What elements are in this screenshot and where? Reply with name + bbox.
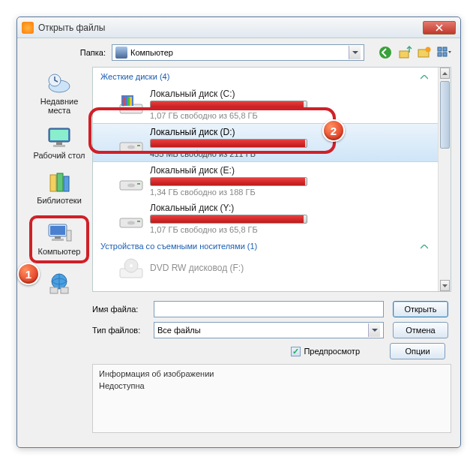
drive-usage-bar	[150, 101, 307, 110]
svg-point-3	[426, 47, 431, 53]
drive-name: Локальный диск (D:)	[150, 127, 427, 137]
network-icon	[46, 271, 73, 295]
recent-places-icon	[46, 71, 73, 95]
svg-rect-12	[56, 142, 62, 145]
filename-input[interactable]	[154, 301, 384, 317]
file-listing[interactable]: Жесткие диски (4) Локальный диск (C:) 1,…	[92, 67, 451, 292]
sidebar-item-desktop[interactable]: Рабочий стол	[29, 125, 89, 160]
drive-usage-bar	[150, 139, 307, 148]
drive-name: Локальный диск (C:)	[150, 89, 427, 99]
drive-name: Локальный диск (Y:)	[150, 203, 427, 213]
drive-free-text: 1,34 ГБ свободно из 188 ГБ	[150, 188, 427, 197]
places-sidebar: Недавние места Рабочий стол Библиотеки К…	[26, 67, 92, 296]
drive-usage-bar	[150, 215, 307, 224]
svg-rect-27	[127, 97, 130, 106]
info-header: Информация об изображении	[99, 369, 445, 378]
drive-item-dvd[interactable]: DVD RW дисковод (F:)	[93, 255, 451, 282]
sidebar-item-label: Библиотеки	[37, 196, 82, 205]
app-icon	[22, 22, 34, 34]
filename-label: Имя файла:	[92, 305, 154, 314]
drive-name: DVD RW дисковод (F:)	[150, 263, 427, 273]
drive-item-e[interactable]: Локальный диск (E:) 1,34 ГБ свободно из …	[93, 162, 451, 200]
svg-point-30	[127, 146, 135, 149]
up-button[interactable]	[397, 45, 412, 60]
folder-row: Папка: Компьютер	[67, 44, 451, 61]
sidebar-item-libraries[interactable]: Библиотеки	[29, 170, 89, 205]
scroll-down-button[interactable]	[440, 280, 450, 291]
svg-rect-28	[130, 97, 132, 106]
svg-rect-6	[438, 53, 442, 56]
folder-value: Компьютер	[130, 48, 173, 57]
drive-icon	[118, 170, 144, 191]
svg-rect-31	[137, 145, 140, 146]
filetype-combobox[interactable]: Все файлы	[154, 322, 384, 338]
svg-rect-34	[137, 183, 140, 185]
libraries-icon	[46, 170, 73, 194]
close-button[interactable]	[423, 21, 456, 35]
options-button[interactable]: Опции	[390, 343, 445, 359]
drive-free-text: 455 МБ свободно из 211 ГБ	[150, 149, 427, 158]
drive-usage-bar	[150, 177, 307, 186]
svg-rect-1	[400, 51, 409, 58]
back-button[interactable]	[378, 45, 393, 60]
section-label: Жесткие диски (4)	[100, 72, 169, 81]
drive-free-text: 1,07 ГБ свободно из 65,8 ГБ	[150, 225, 427, 234]
dvd-drive-icon	[118, 258, 144, 279]
filetype-value: Все файлы	[157, 326, 201, 335]
folder-label: Папка:	[67, 48, 106, 57]
preview-checkbox[interactable]: ✓	[291, 347, 301, 356]
image-info-box: Информация об изображении Недоступна	[92, 364, 451, 433]
svg-rect-14	[50, 175, 56, 191]
svg-rect-15	[57, 173, 63, 191]
new-folder-button[interactable]	[417, 45, 432, 60]
section-hard-drives[interactable]: Жесткие диски (4)	[93, 68, 451, 86]
scroll-thumb[interactable]	[440, 81, 450, 149]
chevron-up-icon[interactable]	[421, 242, 428, 251]
svg-rect-13	[53, 145, 65, 147]
drive-item-y[interactable]: Локальный диск (Y:) 1,07 ГБ свободно из …	[93, 200, 451, 237]
sidebar-item-computer[interactable]: Компьютер	[29, 215, 89, 263]
folder-combobox[interactable]: Компьютер	[112, 44, 364, 61]
chevron-up-icon[interactable]	[421, 72, 428, 81]
close-icon	[436, 24, 443, 32]
svg-rect-11	[50, 130, 68, 140]
svg-rect-20	[52, 239, 64, 241]
drive-name: Локальный диск (E:)	[150, 165, 427, 176]
window-title: Открыть файлы	[38, 23, 423, 33]
scrollbar[interactable]	[438, 68, 451, 291]
svg-rect-19	[55, 236, 61, 239]
sidebar-item-recent[interactable]: Недавние места	[29, 71, 89, 115]
svg-rect-5	[443, 47, 447, 51]
sidebar-item-label: Компьютер	[38, 247, 81, 256]
svg-rect-7	[443, 53, 447, 56]
preview-label: Предпросмотр	[304, 347, 360, 356]
chevron-down-icon[interactable]	[368, 323, 380, 337]
svg-point-40	[130, 264, 133, 267]
cancel-button[interactable]: Отмена	[393, 322, 448, 338]
open-button[interactable]: Открыть	[393, 301, 448, 317]
svg-rect-4	[438, 47, 442, 51]
chevron-down-icon[interactable]	[349, 46, 361, 59]
svg-point-33	[127, 184, 135, 188]
sidebar-item-label: Рабочий стол	[33, 151, 85, 160]
info-text: Недоступна	[99, 381, 445, 390]
svg-rect-37	[137, 221, 140, 222]
titlebar[interactable]: Открыть файлы	[17, 17, 460, 38]
drive-item-c[interactable]: Локальный диск (C:) 1,07 ГБ свободно из …	[93, 86, 451, 123]
svg-point-36	[127, 221, 135, 225]
filetype-label: Тип файлов:	[92, 326, 154, 335]
sidebar-item-label: Недавние места	[29, 97, 89, 115]
computer-icon	[115, 47, 127, 59]
scroll-up-button[interactable]	[440, 68, 450, 79]
view-menu-button[interactable]	[436, 45, 451, 60]
drive-icon	[118, 208, 144, 229]
svg-rect-23	[50, 287, 58, 293]
section-removable[interactable]: Устройства со съемными носителями (1)	[93, 237, 451, 255]
desktop-icon	[46, 125, 73, 149]
drive-item-d[interactable]: Локальный диск (D:) 455 МБ свободно из 2…	[93, 123, 451, 162]
drive-icon	[118, 132, 144, 153]
svg-point-0	[379, 47, 391, 59]
svg-rect-24	[61, 287, 68, 293]
drive-free-text: 1,07 ГБ свободно из 65,8 ГБ	[150, 111, 427, 120]
file-dialog-window: Открыть файлы Папка: Компьютер	[16, 17, 461, 448]
